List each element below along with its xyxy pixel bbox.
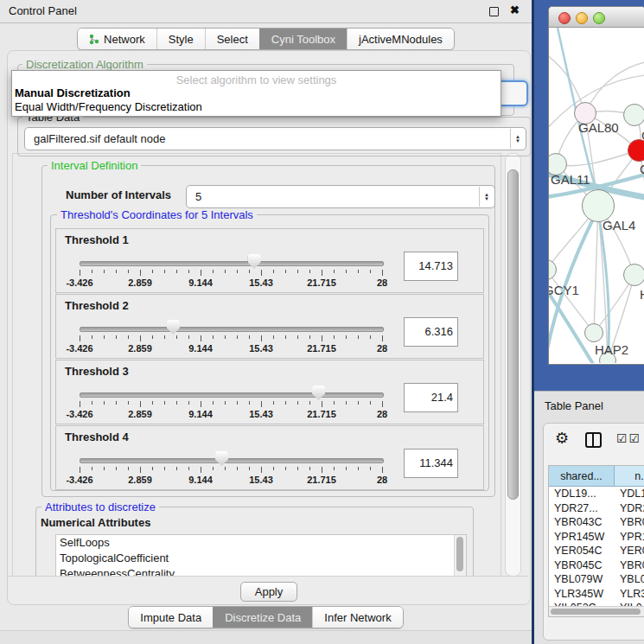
cell-shared-name: YBR043C: [554, 515, 603, 530]
network-icon: [89, 34, 99, 45]
slider-tick-labels: -3.4262.8599.14415.4321.71528: [80, 475, 382, 485]
cell-name: YBR0: [620, 558, 644, 573]
threshold-label: Threshold 4: [65, 430, 129, 443]
gear-icon[interactable]: ⚙: [555, 429, 569, 448]
slider-thumb[interactable]: [215, 451, 228, 466]
threshold-panel: Threshold 3-3.4262.8599.14415.4321.71528…: [55, 360, 484, 424]
algorithm-option[interactable]: Equal Width/Frequency Discretization: [12, 100, 501, 114]
network-node[interactable]: [623, 104, 644, 126]
table-panel-card: ⚙ ☑☑ shared... n... YDL19...YDL1YDR27...…: [543, 423, 644, 641]
table-row[interactable]: YER054CYER0: [549, 544, 644, 558]
close-icon[interactable]: ✖: [510, 3, 520, 16]
number-of-intervals-label: Number of Intervals: [66, 188, 171, 201]
slider-ticks: [80, 401, 382, 408]
table-data-value: galFiltered.sif default node: [34, 128, 165, 150]
bottom-strip: [0, 630, 532, 644]
horizontal-scrollbar[interactable]: [549, 606, 644, 616]
tab-style[interactable]: Style: [156, 29, 205, 49]
threshold-value-field[interactable]: 6.316: [404, 317, 458, 347]
network-node-label: GAL80: [578, 120, 619, 135]
slider-thumb[interactable]: [167, 320, 180, 335]
network-canvas[interactable]: GAL80GACGAL11GAL4GCY1HHAP2: [549, 28, 644, 363]
table-row[interactable]: YDL19...YDL1: [549, 487, 644, 501]
screen: Control Panel ✖ NetworkStyleSelectCyni T…: [0, 0, 644, 644]
minimize-traffic-light-icon[interactable]: [576, 12, 588, 24]
network-node-label: HAP2: [595, 342, 628, 357]
tab-label: Discretize Data: [225, 611, 301, 624]
table-row[interactable]: YBL079WYBL0: [549, 572, 644, 587]
attribute-item[interactable]: TopologicalCoefficient: [56, 551, 466, 566]
slider-ticks: [80, 335, 382, 342]
threshold-value-field[interactable]: 11.344: [404, 449, 458, 478]
number-of-intervals-combobox[interactable]: 5 ▲▼: [186, 185, 495, 208]
algorithm-dropdown-popup: Select algorithm to view settings Manual…: [11, 70, 501, 117]
slider-tick-labels: -3.4262.8599.14415.4321.71528: [80, 343, 382, 354]
network-node-label: GAL11: [551, 172, 590, 187]
slider-tick-labels: -3.4262.8599.14415.4321.71528: [80, 277, 382, 288]
slider-track[interactable]: [80, 458, 384, 463]
tab-label: Impute Data: [140, 611, 201, 624]
threshold-value-field[interactable]: 14.713: [404, 252, 458, 281]
network-node[interactable]: [584, 323, 603, 342]
tab-impute-data[interactable]: Impute Data: [129, 607, 213, 628]
checkbox-toggle-icons[interactable]: ☑☑: [616, 431, 641, 445]
stepper-arrows-icon[interactable]: ▲▼: [510, 129, 525, 149]
table-data-combobox[interactable]: galFiltered.sif default node ▲▼: [24, 127, 526, 150]
tab-discretize-data[interactable]: Discretize Data: [213, 607, 312, 628]
tab-label: Infer Network: [324, 611, 391, 624]
header-cell-shared-name[interactable]: shared...: [549, 466, 615, 487]
network-window-titlebar[interactable]: [549, 7, 644, 28]
network-node-label: GAL4: [603, 218, 635, 233]
threshold-label: Threshold 1: [65, 233, 129, 246]
tab-select[interactable]: Select: [205, 29, 259, 49]
apply-button[interactable]: Apply: [240, 582, 297, 602]
cell-name: YBR0: [620, 515, 644, 530]
tab-label: Cyni Toolbox: [271, 33, 335, 46]
header-cell-name[interactable]: n...: [615, 466, 644, 487]
zoom-traffic-light-icon[interactable]: [593, 12, 605, 24]
numerical-attributes-list[interactable]: SelfLoopsTopologicalCoefficientBetweenne…: [55, 534, 467, 577]
table-row[interactable]: YDR27...YDR2: [549, 501, 644, 516]
columns-icon[interactable]: [585, 432, 602, 448]
cell-shared-name: YDR27...: [554, 501, 598, 516]
threshold-value-field[interactable]: 21.4: [404, 383, 458, 412]
tab-jactivemnodules[interactable]: jActiveMNodules: [347, 29, 454, 49]
cell-shared-name: YBR045C: [554, 558, 603, 573]
panel-scrollbar[interactable]: [505, 153, 521, 577]
settings-scroll-area: Interval Definition Number of Intervals …: [12, 153, 501, 577]
list-scrollbar[interactable]: [454, 535, 466, 577]
slider-thumb[interactable]: [312, 386, 325, 400]
cell-shared-name: YLR345W: [554, 587, 603, 602]
float-window-icon[interactable]: [489, 7, 499, 16]
close-traffic-light-icon[interactable]: [558, 12, 571, 24]
table-row[interactable]: YBR043CYBR0: [549, 515, 644, 530]
algorithm-option[interactable]: Manual Discretization: [12, 86, 501, 100]
tab-label: Network: [104, 33, 145, 46]
node-table[interactable]: shared... n... YDL19...YDL1YDR27...YDR2Y…: [548, 465, 644, 617]
cell-shared-name: YPR145W: [554, 530, 604, 545]
tab-label: Select: [217, 33, 248, 46]
slider-track[interactable]: [80, 327, 384, 332]
algorithm-options: Manual DiscretizationEqual Width/Frequen…: [12, 86, 501, 114]
table-row[interactable]: YPR145WYPR1: [549, 530, 644, 545]
slider-thumb[interactable]: [248, 254, 261, 269]
tab-label: Style: [169, 33, 194, 46]
table-row[interactable]: YBR045CYBR0: [549, 558, 644, 573]
tab-cyni-toolbox[interactable]: Cyni Toolbox: [259, 29, 347, 49]
slider-track[interactable]: [80, 392, 384, 398]
tab-infer-network[interactable]: Infer Network: [312, 607, 402, 628]
cell-shared-name: YDL19...: [554, 487, 596, 501]
tab-network[interactable]: Network: [78, 29, 156, 49]
table-row[interactable]: YLR345WYLR3: [549, 587, 644, 602]
scrollbar-thumb[interactable]: [551, 609, 641, 615]
attribute-item[interactable]: SelfLoops: [56, 535, 466, 551]
network-node-label: GCY1: [549, 283, 579, 297]
stepper-arrows-icon[interactable]: ▲▼: [479, 187, 494, 207]
scrollbar-thumb[interactable]: [507, 169, 519, 500]
slider-track[interactable]: [80, 261, 384, 266]
cell-name: YPR1: [620, 530, 644, 545]
network-node[interactable]: [623, 264, 644, 286]
table-header: shared... n...: [549, 466, 644, 487]
algorithm-popup-hint: Select algorithm to view settings: [12, 73, 501, 86]
top-tabs: NetworkStyleSelectCyni ToolboxjActiveMNo…: [77, 28, 455, 50]
